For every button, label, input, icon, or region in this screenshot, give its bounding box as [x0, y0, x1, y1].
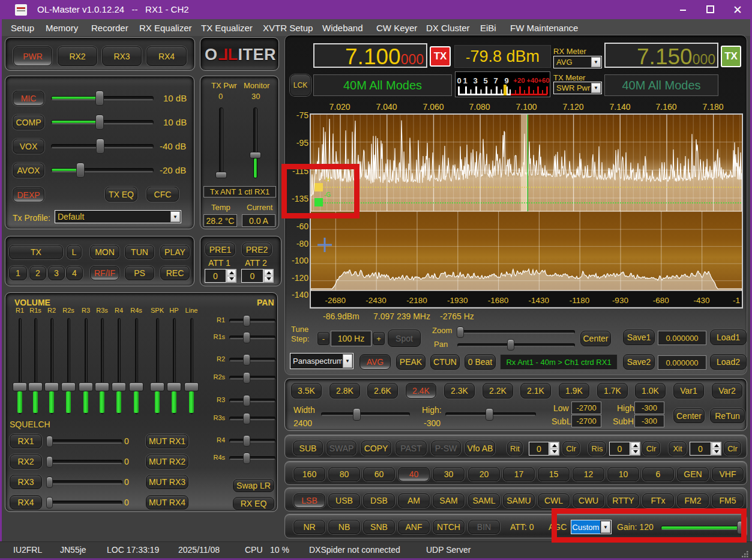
svg-text:-1430: -1430	[529, 296, 550, 305]
svg-text:-2180: -2180	[406, 296, 427, 305]
svg-text:9: 9	[504, 76, 508, 85]
svg-text:7: 7	[493, 76, 498, 85]
svg-text:-2430: -2430	[365, 296, 387, 305]
svg-text:-930: -930	[612, 296, 628, 305]
svg-text:1: 1	[463, 76, 467, 85]
svg-text:+20: +20	[513, 77, 525, 84]
svg-text:-1180: -1180	[570, 296, 590, 305]
svg-text:3: 3	[473, 76, 477, 85]
svg-text:-1930: -1930	[447, 296, 468, 305]
svg-text:+40: +40	[526, 77, 538, 84]
svg-text:5: 5	[483, 76, 487, 85]
svg-text:-1: -1	[733, 296, 740, 305]
svg-text:-1680: -1680	[488, 296, 509, 305]
svg-text:-430: -430	[693, 296, 709, 305]
svg-text:0: 0	[457, 76, 461, 85]
svg-text:+60: +60	[538, 77, 550, 84]
svg-text:-2680: -2680	[325, 296, 346, 305]
svg-text:-680: -680	[653, 296, 669, 305]
